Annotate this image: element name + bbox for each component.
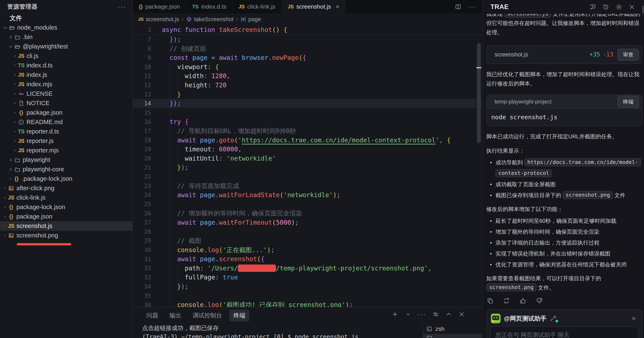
code-line-32[interactable]: 32 path: '/Users/duanyunyan/temp-playwri…	[133, 264, 482, 273]
code-line-29[interactable]: 29 // 截图	[133, 236, 482, 245]
tree-item-package-json[interactable]: {}package.json	[0, 108, 132, 117]
tree-item-reporter-d-ts[interactable]: TSreporter.d.ts	[0, 127, 132, 136]
code-line-7[interactable]: 7 });	[133, 35, 482, 44]
tree-item-playwright[interactable]: playwright	[0, 155, 132, 165]
thumbs-down-icon[interactable]	[536, 297, 543, 304]
code-line-35[interactable]: 35	[133, 291, 482, 300]
code-line-13[interactable]: 13 }	[133, 90, 482, 99]
new-chat-icon[interactable]	[589, 3, 596, 11]
code-line-26[interactable]: 26 // 增加额外的等待时间，确保页面完全渲染	[133, 209, 482, 218]
editor-more-icon[interactable]: ···	[468, 5, 476, 8]
line-number: 28	[133, 228, 151, 235]
terminal-filter-icon[interactable]	[432, 311, 439, 318]
tree-item-index-d-ts[interactable]: TSindex.d.ts	[0, 61, 132, 70]
breadcrumb-member[interactable]: page	[248, 16, 261, 23]
code-line-25[interactable]: 25	[133, 200, 482, 209]
code-line-14[interactable]: 14 });	[133, 99, 482, 108]
maximize-panel-icon[interactable]	[445, 311, 452, 318]
tree-item-package-json[interactable]: {}package.json	[0, 212, 132, 221]
code-line-11[interactable]: 11 width: 1280,	[133, 71, 482, 81]
chat-input[interactable]: 您正在与 网页测试助手 聊天	[490, 326, 638, 338]
code-line-20[interactable]: 20 waitUntil: 'networkidle'	[133, 154, 482, 163]
tree-item-package-lock-json[interactable]: {}package-lock.json	[0, 202, 132, 212]
copy-icon[interactable]	[486, 297, 494, 304]
session-zsh[interactable]: zsh	[423, 324, 482, 334]
tab-click-link-js[interactable]: JS click-link.js	[232, 0, 282, 13]
terminal-output[interactable]: 点击超链接成功，截图已保存 (TraeAI-3) ~/temp-playwrig…	[142, 324, 421, 338]
tab-problems[interactable]: 问题	[142, 310, 162, 322]
tree-item-license[interactable]: LICENSE	[0, 89, 132, 98]
tree-item-notice[interactable]: NOTICE	[0, 98, 132, 108]
tree-item-screenshot-js[interactable]: JSscreenshot.js	[0, 221, 132, 231]
explorer-more-icon[interactable]: ···	[118, 5, 126, 8]
editor-scrollbar[interactable]	[477, 43, 481, 143]
new-terminal-icon[interactable]	[392, 311, 398, 318]
close-panel-icon[interactable]	[458, 311, 465, 318]
review-button[interactable]: 审查	[618, 49, 639, 61]
tree-item-screenshot-png[interactable]: screenshot.png	[0, 231, 132, 240]
tree-item-reporter-js[interactable]: JSreporter.js	[0, 136, 132, 146]
code-line-27[interactable]: 27 await page.waitForTimeout(5000);	[133, 218, 482, 227]
chevron-right-icon	[8, 34, 14, 40]
tab-index-d-ts[interactable]: TS index.d.ts	[186, 0, 233, 13]
code-line-24[interactable]: 24 await page.waitForLoadState('networki…	[133, 190, 482, 200]
terminal-dropdown-icon[interactable]	[404, 311, 412, 318]
tree-item-playwright-core[interactable]: playwright-core	[0, 165, 132, 174]
tree-item--bin[interactable]: .bin	[0, 32, 132, 42]
code-line-36[interactable]: 36 console.log('截图成功! 已保存到 screenshot.pn…	[133, 300, 482, 307]
breadcrumb-file[interactable]: screenshot.js	[146, 16, 179, 23]
code-line-3[interactable]: 3async function takeScreenshot() {	[133, 25, 287, 34]
gear-icon[interactable]	[615, 3, 622, 11]
code-line-17[interactable]: 17 // 导航到目标URL，增加超时时间到60秒	[133, 126, 482, 136]
tree-section-files[interactable]: 文件	[0, 13, 132, 23]
code-line-8[interactable]: 8 // 创建页面	[133, 44, 482, 53]
thumbs-up-icon[interactable]	[519, 297, 527, 304]
code-line-10[interactable]: 10 viewport: {	[133, 62, 482, 72]
tree-item-click-link-js[interactable]: JSclick-link.js	[0, 193, 132, 202]
code-line-23[interactable]: 23 // 等待页面加载完成	[133, 181, 482, 191]
breadcrumb[interactable]: JS screenshot.js › takeScreenshot › page	[133, 13, 482, 25]
terminal-command-card[interactable]: temp-playwright-project 终端 node screensh…	[486, 94, 642, 126]
history-icon[interactable]	[602, 3, 610, 11]
tree-item-node-modules[interactable]: node_modules	[0, 23, 132, 32]
code-line-12[interactable]: 12 height: 720	[133, 81, 482, 90]
code-line-9[interactable]: 9 const page = await browser.newPage({	[133, 53, 482, 62]
tab-package-json[interactable]: {} package.json	[133, 0, 186, 13]
regenerate-icon[interactable]	[503, 297, 510, 304]
split-editor-icon[interactable]	[454, 3, 462, 10]
tree-item-readme-md[interactable]: README.md	[0, 117, 132, 127]
close-panel-icon[interactable]	[628, 3, 636, 11]
tree-item-cli-js[interactable]: JScli.js	[0, 51, 132, 61]
tree-item-reporter-mjs[interactable]: JSreporter.mjs	[0, 146, 132, 155]
code-line-31[interactable]: 31 await page.screenshot({	[133, 254, 482, 264]
terminal-more-icon[interactable]: ···	[418, 313, 426, 316]
tree-item--playwright-test[interactable]: @playwright/test	[0, 42, 132, 51]
tab-screenshot-js[interactable]: JS screenshot.js ×	[282, 0, 346, 13]
tab-output[interactable]: 输出	[165, 310, 186, 322]
code-line-28[interactable]: 28	[133, 227, 482, 236]
code-line-16[interactable]: 16 try {	[133, 117, 482, 126]
tree-item-index-js[interactable]: JSindex.js	[0, 70, 132, 80]
sticky-scroll-line[interactable]: 3async function takeScreenshot() {	[133, 25, 482, 35]
open-terminal-button[interactable]: 终端	[618, 96, 639, 108]
code-line-19[interactable]: 19 timeout: 60000,	[133, 145, 482, 154]
tree-item-after-click-png[interactable]: after-click.png	[0, 183, 132, 193]
code-line-15[interactable]: 15	[133, 108, 482, 117]
panel-scrollbar[interactable]	[642, 6, 644, 13]
tree-item-index-mjs[interactable]: JSindex.mjs	[0, 80, 132, 89]
tab-debug-console[interactable]: 调试控制台	[188, 310, 226, 322]
close-agent-icon[interactable]: ×	[632, 314, 637, 323]
file-edit-card[interactable]: screenshot.js +35 -13 审查	[486, 45, 642, 64]
session-item-partial[interactable]	[423, 334, 482, 338]
tree-item--package-lock-json[interactable]: {}.package-lock.json	[0, 174, 132, 183]
breadcrumb-symbol[interactable]: takeScreenshot	[194, 16, 234, 23]
code-line-34[interactable]: 34 });	[133, 282, 482, 291]
code-editor[interactable]: 7 });8 // 创建页面9 const page = await brows…	[133, 35, 482, 307]
code-line-30[interactable]: 30 console.log('正在截图...');	[133, 245, 482, 255]
code-line-33[interactable]: 33 fullPage: true	[133, 273, 482, 282]
code-line-21[interactable]: 21 });	[133, 163, 482, 172]
code-line-22[interactable]: 22	[133, 172, 482, 181]
code-line-18[interactable]: 18 await page.goto('https://docs.trae.co…	[133, 136, 482, 145]
close-tab-icon[interactable]: ×	[336, 3, 340, 10]
tab-terminal[interactable]: 终端	[229, 310, 250, 322]
